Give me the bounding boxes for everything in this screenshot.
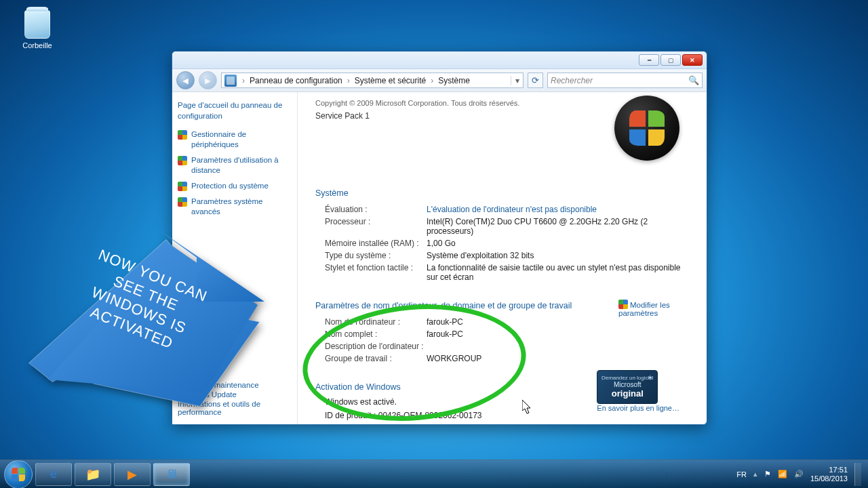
processor-value: Intel(R) Core(TM)2 Duo CPU T6600 @ 2.20G… [427,217,686,236]
see-also-perf-info[interactable]: Informations et outils de performance [178,400,260,416]
folder-icon: 📁 [85,467,100,482]
taskbar-item-ie[interactable]: e [35,463,72,486]
content-pane[interactable]: Copyright © 2009 Microsoft Corporation. … [298,92,707,424]
shield-icon [178,156,187,165]
shield-icon [178,130,187,140]
sidebar-home-link[interactable]: Page d'accueil du panneau de configurati… [178,100,292,121]
tray-chevron-icon[interactable]: ▴ [753,470,757,479]
description-value [427,342,686,351]
system-properties-window: ━ ▢ ✕ ◄ ► › Panneau de configuration › S… [172,51,707,425]
tray-volume-icon[interactable]: 🔊 [794,470,804,479]
tray-clock[interactable]: 17:51 15/08/2013 [810,466,848,483]
sidebar: Page d'accueil du panneau de configurati… [172,92,298,424]
modify-settings-link[interactable]: Modifier les paramètres [618,299,679,317]
sidebar-item-remote[interactable]: Paramètres d'utilisation à distance [191,155,292,176]
product-id: ID de produit : 00426-OEM-8992662-00173 [325,411,686,420]
search-input[interactable] [551,76,686,85]
desktop-icon-recycle-bin[interactable]: Corbeille [14,10,61,49]
control-panel-icon [224,75,237,87]
shield-icon [178,182,187,191]
sidebar-see-also: Centre de maintenance Windows Update Inf… [178,380,293,417]
see-also-windows-update[interactable]: Windows Update [178,390,237,399]
computer-name-value: farouk-PC [427,317,686,327]
full-name-value: farouk-PC [427,329,686,339]
learn-more-link[interactable]: En savoir plus en ligne… [597,404,679,412]
system-type-value: Système d'exploitation 32 bits [427,251,686,260]
shield-icon [618,300,628,309]
taskbar: e 📁 ▶ 🖥 FR ▴ ⚑ 📶 🔊 17:51 15/08/2013 [0,460,868,488]
recycle-bin-icon [24,10,50,39]
touch-value: La fonctionnalité de saisie tactile ou a… [427,263,686,282]
close-button[interactable]: ✕ [682,54,703,66]
windows-orb-logo [614,96,679,161]
workgroup-value: WORKGROUP [427,354,686,363]
search-box[interactable]: 🔍 [547,73,703,88]
taskbar-item-media-player[interactable]: ▶ [114,463,151,486]
show-desktop-button[interactable] [854,463,861,486]
section-system-title: Système [315,188,686,198]
sidebar-item-device-manager[interactable]: Gestionnaire de périphériques [191,129,292,150]
tray-network-icon[interactable]: 📶 [778,470,787,479]
genuine-badge: Demandez un logiciel Microsoft original [597,370,658,404]
nav-back-button[interactable]: ◄ [176,71,195,89]
sidebar-item-advanced[interactable]: Paramètres système avancés [191,197,292,217]
ram-value: 1,00 Go [427,239,686,248]
ie-icon: e [50,467,57,481]
minimize-button[interactable]: ━ [639,54,659,66]
refresh-button[interactable]: ⟳ [528,73,543,88]
search-icon: 🔍 [688,75,699,85]
maximize-button[interactable]: ▢ [660,54,681,66]
system-tray: FR ▴ ⚑ 📶 🔊 17:51 15/08/2013 [736,463,864,486]
titlebar[interactable]: ━ ▢ ✕ [172,52,707,69]
sidebar-item-protection[interactable]: Protection du système [191,181,269,191]
breadcrumb[interactable]: › Panneau de configuration › Système et … [221,73,524,88]
tray-language[interactable]: FR [736,470,747,479]
navbar: ◄ ► › Panneau de configuration › Système… [172,69,707,92]
taskbar-item-explorer[interactable]: 📁 [75,463,111,486]
see-also-action-center[interactable]: Centre de maintenance [178,381,259,389]
breadcrumb-dropdown[interactable]: ▾ [511,76,523,85]
media-player-icon: ▶ [127,467,137,482]
shield-icon [178,197,187,207]
start-button[interactable] [4,460,33,489]
breadcrumb-mid[interactable]: Système et sécurité [353,76,428,85]
evaluation-link[interactable]: L'évaluation de l'ordinateur n'est pas d… [427,205,597,214]
genuine-badge-area: Demandez un logiciel Microsoft original … [597,370,679,412]
control-panel-icon: 🖥 [165,467,178,481]
desktop-icon-label: Corbeille [14,41,61,49]
taskbar-item-control-panel[interactable]: 🖥 [153,463,190,486]
nav-forward-button[interactable]: ► [199,71,217,89]
breadcrumb-root[interactable]: Panneau de configuration [248,76,344,85]
tray-action-center-icon[interactable]: ⚑ [764,470,771,479]
breadcrumb-leaf[interactable]: Système [436,76,472,85]
